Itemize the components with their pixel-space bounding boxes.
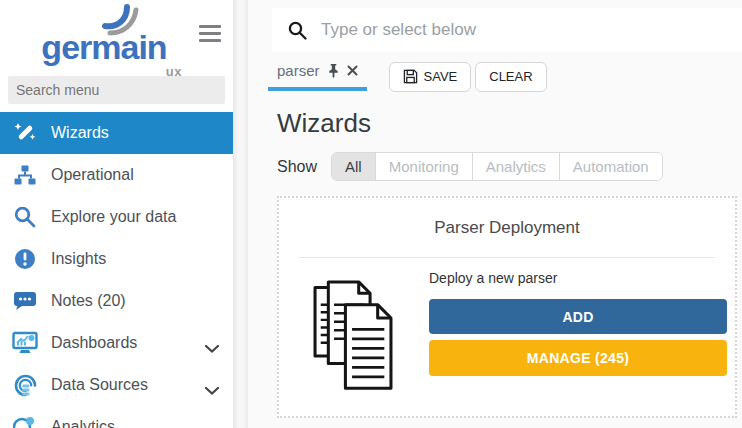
sidebar-item-data-sources[interactable]: Data Sources xyxy=(0,364,233,406)
save-button[interactable]: SAVE xyxy=(389,62,472,92)
analytics-icon xyxy=(12,414,38,428)
sidebar-item-notes[interactable]: Notes (20) xyxy=(0,280,233,322)
filter-analytics[interactable]: Analytics xyxy=(472,153,559,180)
floppy-disk-icon xyxy=(403,69,418,84)
exclamation-circle-icon xyxy=(12,246,38,272)
dashboard-monitor-icon xyxy=(12,330,38,356)
sidebar-item-label: Wizards xyxy=(51,124,109,142)
global-search-input[interactable] xyxy=(319,19,742,41)
show-label: Show xyxy=(277,158,317,176)
main-content: parser SAVE CLEAR xyxy=(248,0,742,428)
search-icon xyxy=(12,204,38,230)
logo-area: germain ux xyxy=(0,0,233,76)
filter-all[interactable]: All xyxy=(332,153,375,180)
page-title: Wizards xyxy=(277,108,371,139)
chat-bubble-icon xyxy=(12,288,38,314)
sidebar-item-insights[interactable]: Insights xyxy=(0,238,233,280)
sidebar-item-label: Insights xyxy=(51,250,106,268)
chevron-down-icon[interactable] xyxy=(205,339,219,357)
chevron-down-icon[interactable] xyxy=(205,381,219,399)
add-button[interactable]: ADD xyxy=(429,299,727,334)
filter-button-group: All Monitoring Analytics Automation xyxy=(331,152,663,181)
search-icon xyxy=(288,21,307,40)
sidebar-item-label: Explore your data xyxy=(51,208,176,226)
sidebar-item-label: Notes (20) xyxy=(51,292,126,310)
sidebar-item-dashboards[interactable]: Dashboards xyxy=(0,322,233,364)
sidebar-item-label: Operational xyxy=(51,166,134,184)
sidebar-item-label: Analytics xyxy=(51,418,115,428)
filter-monitoring[interactable]: Monitoring xyxy=(375,153,472,180)
database-rings-icon xyxy=(12,372,38,398)
sitemap-icon xyxy=(12,162,38,188)
sidebar-item-explore-your-data[interactable]: Explore your data xyxy=(0,196,233,238)
sidebar-item-operational[interactable]: Operational xyxy=(0,154,233,196)
filter-automation[interactable]: Automation xyxy=(559,153,662,180)
tab-bar: parser SAVE CLEAR xyxy=(268,60,742,93)
magic-wand-icon xyxy=(12,120,38,146)
card-title: Parser Deployment xyxy=(279,218,735,238)
germain-logo: germain ux xyxy=(24,16,184,50)
sidebar-item-label: Dashboards xyxy=(51,334,137,352)
tab-label: parser xyxy=(277,62,320,79)
sidebar: germain ux Wizards xyxy=(0,0,233,428)
close-icon[interactable] xyxy=(347,65,358,76)
parser-deployment-card: Parser Deployment xyxy=(277,196,737,418)
pin-icon[interactable] xyxy=(327,63,340,78)
card-description: Deploy a new parser xyxy=(429,270,727,286)
manage-button[interactable]: MANAGE (245) xyxy=(429,340,727,376)
save-button-label: SAVE xyxy=(424,69,458,84)
show-filter-row: Show All Monitoring Analytics Automation xyxy=(277,152,663,181)
documents-icon xyxy=(309,280,401,396)
sidebar-scrollbar[interactable] xyxy=(233,0,248,428)
sidebar-item-label: Data Sources xyxy=(51,376,148,394)
card-body: Deploy a new parser ADD MANAGE (245) xyxy=(279,258,735,396)
card-right-column: Deploy a new parser ADD MANAGE (245) xyxy=(429,270,727,396)
sidebar-menu: Wizards Operational Explore your dat xyxy=(0,112,233,428)
brand-name: germain xyxy=(41,28,166,66)
sidebar-item-wizards[interactable]: Wizards xyxy=(0,112,233,154)
chevron-down-icon[interactable] xyxy=(205,423,219,428)
global-search-bar xyxy=(272,8,742,52)
brand-suffix: ux xyxy=(166,64,182,79)
sidebar-item-analytics-clipped[interactable]: Analytics xyxy=(0,406,233,428)
clear-button[interactable]: CLEAR xyxy=(475,62,546,92)
sidebar-search-input[interactable] xyxy=(8,76,225,104)
tab-parser[interactable]: parser xyxy=(268,62,367,91)
clear-button-label: CLEAR xyxy=(489,69,532,84)
hamburger-menu-icon[interactable] xyxy=(199,25,223,46)
